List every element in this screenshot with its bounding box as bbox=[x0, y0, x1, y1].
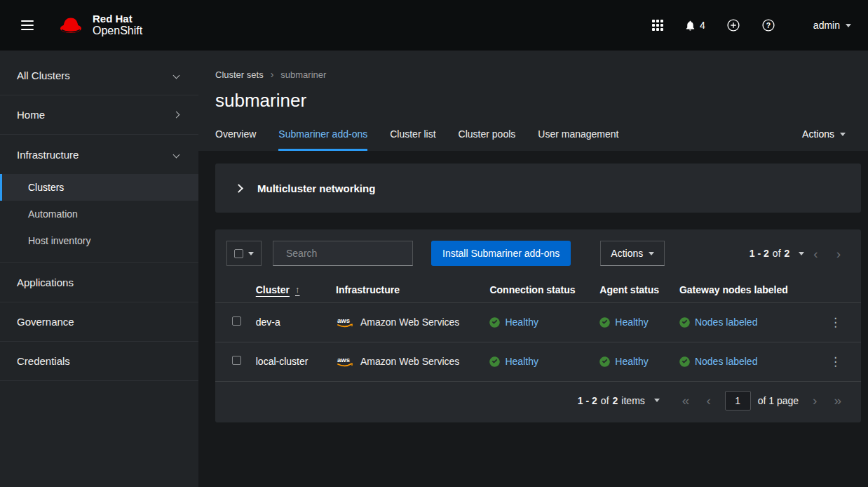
check-circle-icon bbox=[679, 356, 690, 367]
pagination-range: 1 - 2 bbox=[578, 395, 597, 406]
page-count-label: of 1 page bbox=[758, 395, 799, 406]
svg-text:?: ? bbox=[766, 22, 771, 29]
brand-line2: OpenShift bbox=[93, 25, 142, 37]
svg-text:aws: aws bbox=[337, 316, 350, 324]
aws-icon: aws bbox=[336, 316, 354, 328]
submariner-addons-table-card: Install Submariner add-ons Actions 1 - 2… bbox=[215, 229, 861, 422]
bulk-select-dropdown[interactable] bbox=[226, 241, 262, 266]
col-actions bbox=[817, 277, 861, 302]
caret-down-icon bbox=[846, 24, 851, 27]
pagination-items-word: items bbox=[621, 395, 644, 406]
sidebar-item-label: Governance bbox=[17, 316, 74, 328]
sidebar-item-label: Automation bbox=[28, 208, 78, 220]
help-icon[interactable]: ? bbox=[761, 18, 775, 32]
check-circle-icon bbox=[679, 317, 690, 328]
sort-by-cluster-button[interactable]: Cluster ↑ bbox=[256, 284, 300, 295]
row-checkbox[interactable] bbox=[232, 356, 241, 365]
expand-toggle-button[interactable] bbox=[226, 176, 250, 200]
pagination-items-toggle[interactable]: 1 - 2 of 2 items bbox=[578, 395, 660, 406]
next-page-icon[interactable]: › bbox=[806, 392, 824, 408]
add-circle-icon[interactable] bbox=[726, 18, 740, 32]
last-page-icon[interactable]: » bbox=[827, 392, 848, 408]
sidebar-item-applications[interactable]: Applications bbox=[0, 263, 198, 302]
nav-toggle-hamburger-icon[interactable] bbox=[17, 16, 38, 34]
tab-user-management[interactable]: User management bbox=[538, 119, 618, 151]
caret-down-icon bbox=[840, 133, 846, 136]
user-menu-dropdown[interactable]: admin bbox=[813, 20, 851, 31]
page-actions-label: Actions bbox=[802, 128, 834, 140]
gateway-nodes-link[interactable]: Nodes labeled bbox=[695, 356, 758, 367]
col-connection-status: Connection status bbox=[484, 277, 594, 302]
sidebar-item-home[interactable]: Home bbox=[0, 95, 198, 135]
pagination-range: 1 - 2 bbox=[750, 248, 769, 259]
chevron-right-icon bbox=[173, 112, 180, 119]
tab-submariner-add-ons[interactable]: Submariner add-ons bbox=[278, 119, 367, 151]
pagination-bottom: 1 - 2 of 2 items « ‹ of 1 page › » bbox=[215, 382, 861, 422]
pagination-menu-toggle[interactable]: 1 - 2 of 2 bbox=[750, 248, 805, 259]
check-circle-icon bbox=[489, 317, 500, 328]
plus-circle-icon bbox=[726, 18, 740, 32]
app-launcher-icon[interactable] bbox=[652, 20, 663, 31]
cluster-name: dev-a bbox=[250, 302, 330, 342]
masthead: Red Hat OpenShift 4 ? admin bbox=[0, 0, 868, 51]
search-input[interactable] bbox=[286, 248, 413, 259]
caret-down-icon bbox=[799, 252, 804, 255]
multicluster-networking-card: Multicluster networking bbox=[215, 164, 861, 213]
notification-count-badge: 4 bbox=[700, 20, 705, 31]
chevron-right-icon bbox=[234, 184, 243, 193]
page-actions-dropdown[interactable]: Actions bbox=[796, 126, 851, 142]
chevron-down-icon bbox=[173, 72, 180, 79]
caret-down-icon bbox=[649, 252, 654, 255]
sidebar-item-label: Home bbox=[17, 109, 45, 121]
pagination-top: 1 - 2 of 2 ‹ › bbox=[750, 246, 850, 262]
table-actions-dropdown[interactable]: Actions bbox=[600, 241, 665, 266]
kebab-menu-icon[interactable]: ⋮ bbox=[822, 314, 848, 331]
agent-status-link[interactable]: Healthy bbox=[615, 356, 648, 367]
caret-down-icon bbox=[248, 252, 254, 255]
agent-status-link[interactable]: Healthy bbox=[615, 316, 648, 328]
pagination-nav: « ‹ of 1 page › » bbox=[675, 391, 848, 411]
tab-overview[interactable]: Overview bbox=[215, 119, 256, 151]
sidebar-item-host-inventory[interactable]: Host inventory bbox=[0, 227, 198, 254]
sidebar-item-label: Host inventory bbox=[28, 235, 90, 246]
page-title: submariner bbox=[215, 90, 851, 112]
next-page-icon[interactable]: › bbox=[827, 246, 850, 262]
connection-status-link[interactable]: Healthy bbox=[505, 316, 538, 328]
sidebar-group-infrastructure: Infrastructure Clusters Automation Host … bbox=[0, 135, 198, 263]
sidebar-item-automation[interactable]: Automation bbox=[0, 201, 198, 227]
sidebar-item-credentials[interactable]: Credentials bbox=[0, 342, 198, 381]
svg-text:aws: aws bbox=[337, 356, 350, 363]
breadcrumb: Cluster sets › submariner bbox=[215, 69, 851, 80]
current-page-input[interactable] bbox=[725, 391, 751, 411]
bulk-select-checkbox[interactable] bbox=[234, 249, 243, 258]
prev-page-icon[interactable]: ‹ bbox=[804, 246, 827, 262]
kebab-menu-icon[interactable]: ⋮ bbox=[822, 353, 848, 371]
tab-bar: Overview Submariner add-ons Cluster list… bbox=[215, 119, 851, 151]
submariner-addons-table: Cluster ↑ Infrastructure Connection stat… bbox=[215, 277, 861, 382]
first-page-icon[interactable]: « bbox=[675, 392, 697, 408]
notification-bell-icon[interactable]: 4 bbox=[684, 20, 705, 32]
prev-page-icon[interactable]: ‹ bbox=[699, 392, 717, 408]
sidebar-item-infrastructure[interactable]: Infrastructure bbox=[0, 135, 198, 174]
gateway-nodes-link[interactable]: Nodes labeled bbox=[695, 316, 758, 328]
cluster-switcher[interactable]: All Clusters bbox=[0, 56, 198, 95]
infrastructure-label: Amazon Web Services bbox=[360, 316, 459, 328]
install-submariner-addons-button[interactable]: Install Submariner add-ons bbox=[431, 241, 571, 266]
masthead-toolbar: 4 ? admin bbox=[652, 18, 851, 32]
sort-ascending-icon: ↑ bbox=[295, 284, 300, 295]
tab-cluster-list[interactable]: Cluster list bbox=[390, 119, 435, 151]
sidebar-item-clusters[interactable]: Clusters bbox=[0, 174, 198, 201]
check-circle-icon bbox=[599, 356, 610, 367]
breadcrumb-cluster-sets-link[interactable]: Cluster sets bbox=[215, 69, 264, 80]
page-header: Cluster sets › submariner submariner Ove… bbox=[198, 51, 868, 151]
table-actions-label: Actions bbox=[611, 248, 643, 259]
cluster-name: local-cluster bbox=[250, 342, 330, 381]
tab-cluster-pools[interactable]: Cluster pools bbox=[459, 119, 516, 151]
table-row: local-cluster aws Amazon Web Services bbox=[215, 342, 861, 381]
sidebar-item-governance[interactable]: Governance bbox=[0, 302, 198, 342]
pagination-total: 2 bbox=[613, 395, 618, 406]
table-toolbar: Install Submariner add-ons Actions 1 - 2… bbox=[215, 229, 861, 277]
connection-status-link[interactable]: Healthy bbox=[505, 356, 538, 367]
sidebar-item-label: Credentials bbox=[17, 355, 70, 367]
row-checkbox[interactable] bbox=[232, 316, 241, 326]
